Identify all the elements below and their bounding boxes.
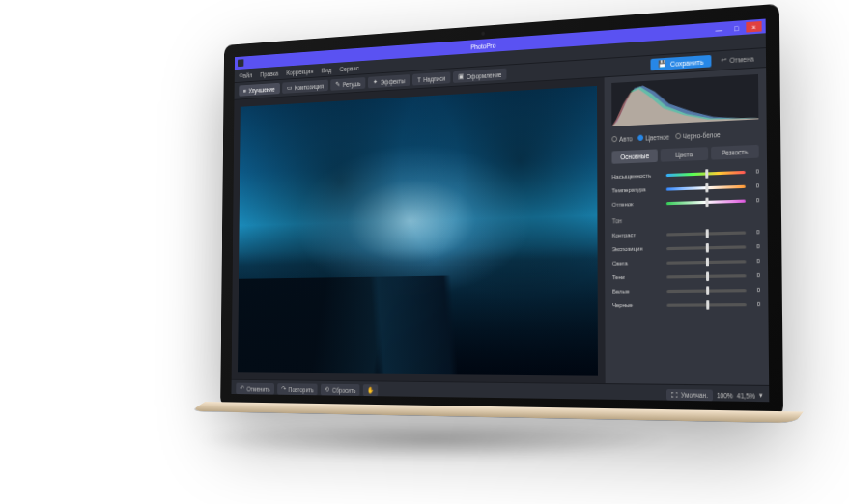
menu-adjust[interactable]: Коррекция: [286, 68, 313, 75]
slider-temperature-value: 0: [750, 182, 759, 189]
fx-icon: ✦: [373, 78, 378, 86]
slider-temperature-label: Температура: [612, 186, 663, 194]
slider-highlights-track[interactable]: [666, 260, 746, 265]
undo-toolbar-button[interactable]: ↩ Отмена: [715, 52, 760, 68]
tab-frames-label: Оформление: [467, 70, 501, 79]
tab-text[interactable]: TНадписи: [412, 71, 450, 85]
slider-shadows-value: 0: [750, 272, 760, 279]
fit-button-label: Умолчан.: [681, 391, 708, 399]
screen-bezel: PhotoPro — □ × Файл Правка Коррекция Вид…: [220, 4, 783, 417]
save-button-label: Сохранить: [670, 58, 703, 67]
tab-enhance-label: Улучшение: [248, 85, 274, 93]
slider-blacks[interactable]: Черные 0: [612, 301, 760, 308]
slider-highlights-label: Света: [612, 260, 663, 266]
slider-whites-label: Белые: [612, 288, 663, 294]
slider-temperature[interactable]: Температура 0: [612, 182, 759, 193]
radio-auto[interactable]: Авто: [611, 135, 632, 143]
photo-ice-cave: [238, 86, 598, 376]
tab-composition[interactable]: ▭Композиция: [282, 80, 328, 94]
frame-icon: ▣: [458, 72, 464, 80]
app-window: PhotoPro — □ × Файл Правка Коррекция Вид…: [231, 19, 769, 403]
brush-icon: ✎: [335, 81, 340, 89]
subtab-colors[interactable]: Цвета: [661, 147, 708, 162]
slider-contrast-label: Контраст: [612, 231, 663, 238]
slider-contrast-value: 0: [750, 229, 759, 236]
slider-blacks-value: 0: [750, 301, 760, 307]
close-button[interactable]: ×: [746, 21, 761, 33]
tab-text-label: Надписи: [423, 74, 445, 82]
tab-composition-label: Композиция: [295, 82, 324, 91]
chevron-down-icon[interactable]: ▾: [759, 391, 763, 400]
save-button[interactable]: 💾 Сохранить: [651, 55, 712, 70]
slider-temperature-track[interactable]: [666, 184, 746, 190]
slider-shadows-track[interactable]: [666, 274, 746, 278]
maximize-button[interactable]: □: [728, 22, 744, 34]
tab-effects[interactable]: ✦Эффекты: [368, 74, 410, 88]
menu-edit[interactable]: Правка: [260, 70, 278, 77]
slider-whites-track[interactable]: [666, 289, 746, 293]
menu-tools[interactable]: Сервис: [340, 65, 359, 72]
slider-highlights-value: 0: [750, 258, 759, 265]
slider-saturation[interactable]: Насыщенность 0: [612, 168, 759, 180]
menu-view[interactable]: Вид: [322, 67, 332, 73]
zoom-100[interactable]: 100%: [717, 391, 733, 399]
menu-file[interactable]: Файл: [239, 71, 252, 78]
histogram: [611, 74, 758, 126]
undo-icon: ↩: [721, 56, 726, 65]
hand-icon: ✋: [367, 386, 374, 394]
svg-marker-2: [611, 82, 758, 126]
svg-marker-0: [611, 79, 758, 126]
tab-retouch[interactable]: ✎Ретушь: [330, 77, 365, 91]
slider-exposure[interactable]: Экспозиция 0: [612, 243, 760, 252]
zoom-fit-value[interactable]: 41,5%: [737, 392, 755, 400]
slider-saturation-track[interactable]: [666, 170, 746, 176]
slider-highlights[interactable]: Света 0: [612, 258, 760, 266]
crop-icon: ▭: [287, 84, 293, 92]
webcam: [481, 32, 485, 36]
radio-auto-label: Авто: [619, 135, 633, 143]
window-title: PhotoPro: [470, 42, 495, 50]
slider-tint[interactable]: Оттенок 0: [612, 197, 760, 208]
svg-marker-1: [611, 80, 758, 126]
radio-bw[interactable]: Черно-белое: [675, 131, 721, 140]
subtab-basic[interactable]: Основные: [611, 149, 658, 163]
undo-toolbar-label: Отмена: [729, 55, 753, 64]
slider-exposure-value: 0: [750, 243, 759, 250]
tab-retouch-label: Ретушь: [343, 80, 361, 88]
slider-saturation-label: Насыщенность: [612, 172, 663, 180]
slider-blacks-label: Черные: [612, 302, 664, 309]
subtab-sharpness[interactable]: Резкость: [711, 145, 759, 160]
reset-button[interactable]: ⟲Сбросить: [321, 384, 360, 396]
slider-contrast[interactable]: Контраст 0: [612, 229, 760, 238]
sliders-icon: ≡: [243, 87, 246, 94]
radio-color-label: Цветное: [645, 133, 669, 141]
radio-color[interactable]: Цветное: [637, 133, 669, 142]
slider-contrast-track[interactable]: [666, 231, 746, 236]
text-icon: T: [417, 76, 420, 83]
undo-button[interactable]: ↶Отменить: [236, 383, 273, 395]
slider-tint-label: Оттенок: [612, 200, 663, 208]
tab-frames[interactable]: ▣Оформление: [453, 69, 507, 83]
tab-enhance[interactable]: ≡Улучшение: [239, 83, 279, 97]
image-canvas[interactable]: [232, 77, 606, 383]
hand-tool[interactable]: ✋: [363, 384, 378, 396]
tab-effects-label: Эффекты: [381, 77, 405, 85]
slider-tint-track[interactable]: [666, 199, 746, 205]
redo-arrow-icon: ↷: [281, 385, 286, 393]
minimize-button[interactable]: —: [711, 24, 726, 36]
slider-shadows-label: Тени: [612, 273, 663, 280]
slider-shadows[interactable]: Тени 0: [612, 272, 760, 280]
fit-button[interactable]: ⛶Умолчан.: [666, 388, 713, 400]
reset-button-label: Сбросить: [332, 386, 355, 393]
slider-blacks-track[interactable]: [666, 302, 746, 306]
app-icon-small: [238, 59, 243, 67]
undo-button-label: Отменить: [247, 385, 270, 392]
slider-whites-value: 0: [750, 287, 760, 294]
slider-saturation-value: 0: [750, 168, 759, 175]
adjustments-panel: Авто Цветное Черно-белое Основные Цвета …: [605, 68, 770, 385]
slider-whites[interactable]: Белые 0: [612, 287, 760, 294]
slider-exposure-track[interactable]: [666, 245, 746, 250]
save-icon: 💾: [658, 60, 666, 69]
laptop-mockup: PhotoPro — □ × Файл Правка Коррекция Вид…: [220, 4, 783, 438]
redo-button[interactable]: ↷Повторить: [277, 383, 318, 395]
